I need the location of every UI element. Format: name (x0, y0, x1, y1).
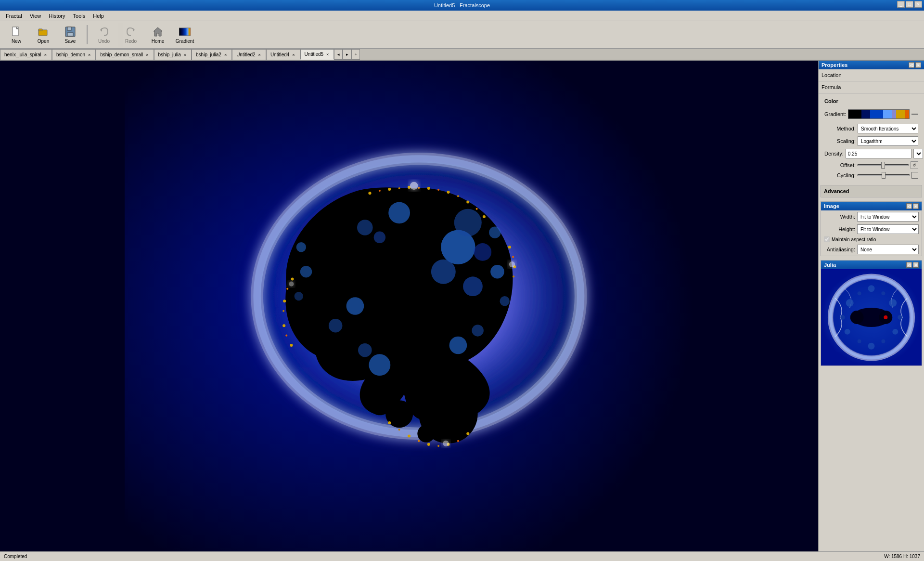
gradient-swatch-black[interactable] (848, 110, 861, 118)
tab-label: bship_demon (56, 52, 85, 57)
menu-view[interactable]: View (26, 12, 45, 20)
maximize-button[interactable]: □ (906, 1, 913, 8)
svg-point-25 (357, 220, 373, 235)
height-select[interactable]: Fit to Window 600 768 (857, 224, 919, 234)
cycling-swatch[interactable] (911, 172, 918, 179)
aspect-ratio-checkbox[interactable] (824, 236, 830, 242)
tab-label: Untitled5 (305, 52, 323, 57)
panel-close-button[interactable]: × (915, 62, 921, 68)
svg-point-63 (398, 429, 400, 431)
tab-new[interactable]: + (351, 49, 360, 60)
offset-reset-button[interactable]: ↺ (911, 161, 918, 169)
redo-button[interactable]: Redo (118, 23, 143, 47)
canvas-area[interactable] (0, 61, 818, 551)
toolbar-separator-1 (87, 25, 88, 44)
gradient-button[interactable]: Gradient (172, 23, 197, 47)
tab-close-icon[interactable]: × (87, 52, 91, 57)
gradient-swatch-yellow[interactable] (896, 110, 905, 118)
aspect-ratio-label: Maintain aspect ratio (832, 237, 876, 242)
gradient-swatch-blue[interactable] (870, 110, 883, 118)
tab-close-icon[interactable]: × (257, 52, 262, 57)
image-panel: Image ◁ × Width: Fit to Window 800 1024 … (821, 201, 922, 256)
menu-history[interactable]: History (45, 12, 69, 20)
svg-point-44 (418, 187, 420, 189)
svg-point-31 (449, 337, 467, 354)
julia-panel-pin[interactable]: ◁ (906, 262, 912, 268)
tab-henix-julia-spiral[interactable]: henix_julia_spiral × (0, 49, 52, 60)
offset-row: Offset: ↺ (821, 160, 921, 170)
gradient-edit-button[interactable] (911, 114, 918, 115)
panel-header-controls: ◁ × (909, 62, 921, 68)
density-input[interactable] (846, 149, 911, 158)
tab-nav-prev[interactable]: ◂ (334, 49, 343, 60)
julia-panel-close[interactable]: × (913, 262, 919, 268)
svg-point-52 (508, 246, 511, 248)
gradient-swatch-orange[interactable] (905, 110, 909, 118)
method-select[interactable]: Smooth Iterations Iterations Distance (858, 124, 918, 133)
tab-label: bship_demon_small (100, 52, 143, 57)
menu-fractal[interactable]: Fractal (2, 12, 26, 20)
location-item[interactable]: Location (819, 71, 924, 79)
tab-close-icon[interactable]: × (291, 52, 295, 57)
image-panel-close[interactable]: × (913, 203, 919, 209)
cycling-track[interactable] (858, 174, 910, 176)
panel-pin-button[interactable]: ◁ (909, 62, 914, 68)
gradient-swatch-lightblue[interactable] (883, 110, 892, 118)
gradient-swatch-lilac[interactable] (892, 110, 896, 118)
fractal-canvas[interactable] (0, 61, 818, 551)
tab-close-icon[interactable]: × (325, 52, 330, 57)
save-button[interactable]: Save (58, 23, 83, 47)
new-button[interactable]: New (4, 23, 29, 47)
tab-bship-demon-small[interactable]: bship_demon_small × (96, 49, 154, 60)
cycling-thumb[interactable] (882, 172, 886, 179)
location-label: Location (821, 72, 842, 78)
menu-tools[interactable]: Tools (69, 12, 90, 20)
window-controls[interactable]: _ □ × (897, 1, 922, 8)
method-label: Method: (824, 126, 856, 131)
tab-close-icon[interactable]: × (183, 52, 187, 57)
svg-point-90 (868, 285, 875, 292)
offset-thumb[interactable] (881, 162, 885, 169)
svg-point-29 (369, 354, 390, 376)
svg-point-26 (374, 232, 385, 243)
gradient-swatch-darkblue[interactable] (861, 110, 870, 118)
svg-marker-8 (133, 28, 135, 32)
open-button[interactable]: Open (31, 23, 56, 47)
scaling-select[interactable]: Logarithm Linear Square Root (858, 136, 918, 146)
tab-untitled4[interactable]: Untitled4 × (266, 49, 300, 60)
julia-preview[interactable] (821, 269, 922, 365)
undo-button[interactable]: Undo (91, 23, 116, 47)
svg-point-17 (455, 374, 476, 395)
close-button[interactable]: × (914, 1, 922, 8)
svg-marker-9 (154, 27, 162, 36)
svg-point-72 (410, 182, 418, 190)
minimize-button[interactable]: _ (897, 1, 905, 8)
svg-rect-10 (179, 28, 191, 36)
tab-bship-julia[interactable]: bship_julia × (154, 49, 192, 60)
tab-close-icon[interactable]: × (223, 52, 228, 57)
svg-point-83 (884, 315, 887, 319)
width-select[interactable]: Fit to Window 800 1024 (857, 212, 919, 222)
antialiasing-select[interactable]: None 2x2 3x3 4x4 (857, 245, 919, 254)
antialiasing-label: Antialiasing: (824, 247, 855, 252)
home-button[interactable]: Home (145, 23, 170, 47)
tab-close-icon[interactable]: × (145, 52, 149, 57)
density-stepper[interactable] (913, 149, 923, 158)
tab-nav-next[interactable]: ▸ (343, 49, 351, 60)
tab-untitled2[interactable]: Untitled2 × (232, 49, 266, 60)
tab-bship-demon[interactable]: bship_demon × (52, 49, 96, 60)
svg-point-95 (881, 339, 885, 343)
offset-track[interactable] (858, 164, 909, 166)
width-row: Width: Fit to Window 800 1024 (821, 210, 922, 223)
gradient-bar[interactable] (848, 109, 910, 119)
location-section: Location (819, 69, 924, 81)
menu-help[interactable]: Help (89, 12, 108, 20)
tab-close-icon[interactable]: × (43, 52, 48, 57)
tab-untitled5[interactable]: Untitled5 × (300, 49, 334, 60)
image-panel-pin[interactable]: ◁ (906, 203, 912, 209)
formula-item[interactable]: Formula (819, 83, 924, 91)
svg-point-85 (889, 299, 897, 307)
undo-label: Undo (98, 39, 110, 44)
tab-bship-julia2[interactable]: bship_julia2 × (192, 49, 232, 60)
cycling-label: Cycling: (824, 172, 856, 178)
